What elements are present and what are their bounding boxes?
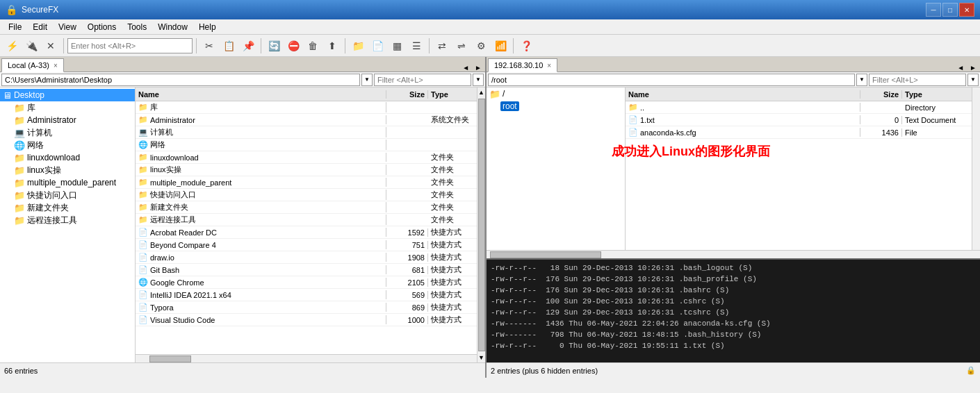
right-filter-input[interactable]	[869, 74, 966, 86]
left-scrollbar-v[interactable]: ▲ ▼	[477, 87, 485, 362]
tree-item-linux实操[interactable]: 📁 linux实操	[0, 164, 135, 176]
left-scrollbar-h[interactable]	[136, 354, 477, 362]
tree-item-快捷[interactable]: 📁 快捷访问入口	[0, 189, 135, 201]
toolbar-file[interactable]: 📄	[368, 37, 386, 55]
toolbar-view1[interactable]: ▦	[388, 37, 406, 55]
folder-icon-multiple: 📁	[14, 178, 25, 188]
toolbar-options2[interactable]: ⚙	[472, 37, 490, 55]
right-tab-close[interactable]: ×	[547, 62, 551, 69]
left-filter-dropdown[interactable]: ▼	[473, 74, 484, 86]
tree-item-linuxdownload[interactable]: 📁 linuxdownload	[0, 151, 135, 164]
col-header-size[interactable]: Size	[386, 90, 428, 99]
toolbar-sync[interactable]: ⇄	[433, 37, 451, 55]
right-scrollbar-v-upper[interactable]	[972, 87, 980, 250]
maximize-button[interactable]: □	[942, 3, 958, 17]
tree-item-新建[interactable]: 📁 新建文件夹	[0, 201, 135, 214]
col-header-type[interactable]: Type	[428, 90, 477, 99]
right-address-dropdown[interactable]: ▼	[856, 74, 867, 86]
tree-item-库[interactable]: 📁 库	[0, 101, 135, 114]
tree-item-network[interactable]: 🌐 网络	[0, 139, 135, 151]
folder-icon: 📁	[138, 165, 148, 174]
list-item[interactable]: 📄Visual Studio Code 1000 快捷方式	[136, 314, 477, 326]
toolbar-folder[interactable]: 📁	[349, 37, 367, 55]
right-address-input[interactable]	[488, 74, 855, 86]
col-header-name[interactable]: Name	[136, 90, 386, 99]
host-input[interactable]	[67, 38, 193, 53]
scroll-down-btn[interactable]: ▼	[477, 353, 485, 362]
toolbar-btn-1[interactable]: ⚡	[3, 37, 21, 55]
toolbar-view2[interactable]: ☰	[407, 37, 425, 55]
left-scrollbar-thumb[interactable]	[149, 356, 191, 362]
right-scrollbar-h[interactable]	[487, 250, 980, 258]
right-scroll-thumb-h[interactable]	[490, 251, 601, 258]
menu-tools[interactable]: Tools	[122, 19, 152, 35]
list-item[interactable]: 📄1.txt 0 Text Document	[626, 114, 972, 126]
toolbar-btn-2[interactable]: 🔌	[22, 37, 40, 55]
tree-item-admin[interactable]: 📁 Administrator	[0, 114, 135, 126]
folder-icon: 📁	[138, 103, 148, 112]
list-item[interactable]: 📁linux实操 文件夹	[136, 164, 477, 176]
toolbar-cut[interactable]: ✂	[200, 37, 218, 55]
tree-item-远程[interactable]: 📁 远程连接工具	[0, 214, 135, 226]
menu-window[interactable]: Window	[152, 19, 193, 35]
right-tab[interactable]: 192.168.30.10 ×	[488, 58, 557, 72]
right-col-header-type[interactable]: Type	[902, 90, 972, 99]
list-item[interactable]: 📄draw.io 1908 快捷方式	[136, 251, 477, 264]
right-col-header-size[interactable]: Size	[860, 90, 902, 99]
toolbar-copy[interactable]: 📋	[220, 37, 238, 55]
list-item[interactable]: 📄IntelliJ IDEA 2021.1 x64 569 快捷方式	[136, 289, 477, 301]
list-item[interactable]: 📁multiple_module_parent 文件夹	[136, 176, 477, 189]
scroll-up-btn[interactable]: ▲	[477, 87, 485, 97]
list-item[interactable]: 📁库	[136, 101, 477, 114]
toolbar-refresh[interactable]: 🔄	[265, 37, 283, 55]
right-tree-item-root-dir[interactable]: root	[487, 100, 625, 112]
toolbar-btn-close[interactable]: ✕	[42, 37, 60, 55]
toolbar-compare[interactable]: ⇌	[452, 37, 471, 55]
minimize-button[interactable]: ─	[926, 3, 941, 17]
list-item[interactable]: 📁远程连接工具 文件夹	[136, 214, 477, 226]
list-item[interactable]: 📄anaconda-ks.cfg 1436 File	[626, 126, 972, 139]
menu-help[interactable]: Help	[193, 19, 222, 35]
list-item[interactable]: 📁新建文件夹 文件夹	[136, 201, 477, 214]
toolbar-help[interactable]: ❓	[517, 37, 535, 55]
left-tab-prev[interactable]: ◄	[460, 64, 471, 72]
left-panel: Local (A-33) × ◄ ► ▼ ▼ 🖥 Desktop	[0, 57, 487, 378]
right-filter-dropdown[interactable]: ▼	[967, 74, 979, 86]
toolbar-queue[interactable]: 📶	[491, 37, 509, 55]
toolbar-paste[interactable]: 📌	[239, 37, 257, 55]
right-tab-next[interactable]: ►	[967, 64, 979, 72]
menu-view[interactable]: View	[53, 19, 82, 35]
toolbar-stop[interactable]: ⛔	[284, 37, 302, 55]
list-item[interactable]: 📁.. Directory	[626, 101, 972, 114]
menu-edit[interactable]: Edit	[27, 19, 53, 35]
right-tree-item-root[interactable]: 📁 /	[487, 87, 625, 100]
list-item[interactable]: 📄Typora 869 快捷方式	[136, 301, 477, 314]
list-item[interactable]: 🌐Google Chrome 2105 快捷方式	[136, 276, 477, 289]
right-tab-prev[interactable]: ◄	[955, 64, 966, 72]
right-tab-label: 192.168.30.10	[494, 61, 543, 69]
tree-item-computer[interactable]: 💻 计算机	[0, 126, 135, 139]
tree-item-desktop[interactable]: 🖥 Desktop	[0, 89, 135, 101]
menu-file[interactable]: File	[3, 19, 27, 35]
left-tab[interactable]: Local (A-33) ×	[1, 58, 64, 72]
list-item[interactable]: 📄Beyond Compare 4 751 快捷方式	[136, 239, 477, 251]
left-tab-close[interactable]: ×	[54, 62, 58, 69]
right-col-header-name[interactable]: Name	[626, 90, 860, 99]
left-tab-next[interactable]: ►	[473, 64, 484, 72]
list-item[interactable]: 📁linuxdownload 文件夹	[136, 151, 477, 164]
close-button[interactable]: ✕	[959, 3, 974, 17]
left-address-dropdown[interactable]: ▼	[361, 74, 373, 86]
left-filter-input[interactable]	[374, 74, 471, 86]
toolbar-delete[interactable]: 🗑	[304, 37, 322, 55]
list-item[interactable]: 🌐网络	[136, 139, 477, 151]
list-item[interactable]: 📁快捷访问入口 文件夹	[136, 189, 477, 201]
tree-item-multiple[interactable]: 📁 multiple_module_parent	[0, 176, 135, 189]
list-item[interactable]: 💻计算机	[136, 126, 477, 139]
list-item[interactable]: 📁Administrator 系统文件夹	[136, 114, 477, 126]
scroll-thumb-v[interactable]	[478, 99, 485, 351]
toolbar-upload[interactable]: ⬆	[323, 37, 341, 55]
menu-options[interactable]: Options	[82, 19, 122, 35]
list-item[interactable]: 📄Acrobat Reader DC 1592 快捷方式	[136, 226, 477, 239]
left-address-input[interactable]	[1, 74, 360, 86]
list-item[interactable]: 📄Git Bash 681 快捷方式	[136, 264, 477, 276]
